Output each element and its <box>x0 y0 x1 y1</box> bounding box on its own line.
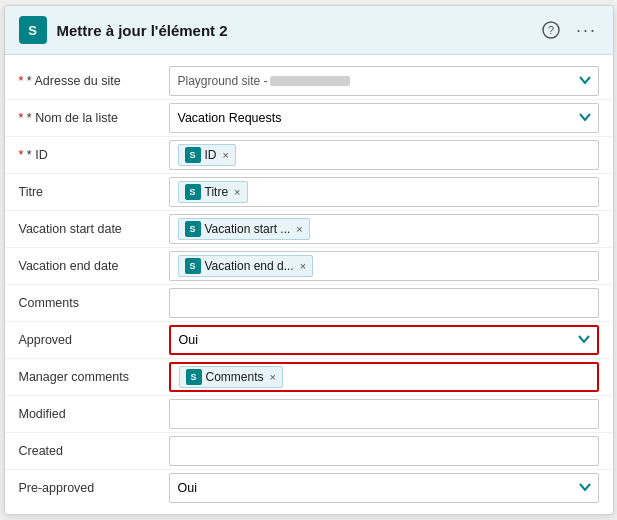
form-row-comments: Comments <box>5 285 613 322</box>
token-field-vacation-start[interactable]: SVacation start ...× <box>169 214 599 244</box>
token-Titre: STitre× <box>178 181 248 203</box>
field-label-manager-comments: Manager comments <box>19 370 169 384</box>
svg-text:?: ? <box>547 24 553 36</box>
token-field-titre[interactable]: STitre× <box>169 177 599 207</box>
field-value-vacation-start: SVacation start ...× <box>169 214 599 244</box>
field-label-pre-approved: Pre-approved <box>19 481 169 495</box>
form-row-pre-approved: Pre-approvedOui <box>5 470 613 506</box>
dropdown-adresse-site[interactable]: Playground site - <box>169 66 599 96</box>
dropdown-pre-approved[interactable]: Oui <box>169 473 599 503</box>
token-label: Titre <box>205 185 229 199</box>
chevron-down-icon <box>577 332 591 349</box>
token-field-vacation-end[interactable]: SVacation end d...× <box>169 251 599 281</box>
token-icon: S <box>185 147 201 163</box>
field-label-id-field: * ID <box>19 148 169 162</box>
token-close-icon[interactable]: × <box>234 186 240 198</box>
app-icon-label: S <box>28 23 37 38</box>
form-row-vacation-start: Vacation start dateSVacation start ...× <box>5 211 613 248</box>
empty-field-comments[interactable] <box>169 288 599 318</box>
token-icon: S <box>185 221 201 237</box>
token-close-icon[interactable]: × <box>223 149 229 161</box>
form-row-approved: ApprovedOui <box>5 322 613 359</box>
token-Comments: SComments× <box>179 366 283 388</box>
field-label-comments: Comments <box>19 296 169 310</box>
token-field-id-field[interactable]: SID× <box>169 140 599 170</box>
field-label-nom-liste: * Nom de la liste <box>19 111 169 125</box>
form-row-id-field: * IDSID× <box>5 137 613 174</box>
help-button[interactable]: ? <box>539 18 563 42</box>
field-value-nom-liste: Vacation Requests <box>169 103 599 133</box>
dropdown-value-text: Oui <box>179 333 198 347</box>
field-label-adresse-site: * Adresse du site <box>19 74 169 88</box>
site-value-text: Playground site - <box>178 74 268 88</box>
token-close-icon[interactable]: × <box>270 371 276 383</box>
form-row-manager-comments: Manager commentsSComments× <box>5 359 613 396</box>
token-close-icon[interactable]: × <box>296 223 302 235</box>
card-body: * Adresse du sitePlayground site - * Nom… <box>5 55 613 514</box>
token-icon: S <box>185 258 201 274</box>
token-icon: S <box>186 369 202 385</box>
field-value-vacation-end: SVacation end d...× <box>169 251 599 281</box>
field-value-manager-comments: SComments× <box>169 362 599 392</box>
token-Vacation end d...: SVacation end d...× <box>178 255 314 277</box>
token-label: Vacation start ... <box>205 222 291 236</box>
field-label-modified: Modified <box>19 407 169 421</box>
field-label-vacation-start: Vacation start date <box>19 222 169 236</box>
app-icon: S <box>19 16 47 44</box>
token-ID: SID× <box>178 144 236 166</box>
field-label-approved: Approved <box>19 333 169 347</box>
form-row-created: Created <box>5 433 613 470</box>
header-right: ? ··· <box>539 18 599 42</box>
field-value-created <box>169 436 599 466</box>
empty-field-created[interactable] <box>169 436 599 466</box>
chevron-down-icon <box>578 73 592 90</box>
token-field-manager-comments[interactable]: SComments× <box>169 362 599 392</box>
field-value-adresse-site: Playground site - <box>169 66 599 96</box>
field-value-pre-approved: Oui <box>169 473 599 503</box>
empty-field-modified[interactable] <box>169 399 599 429</box>
field-label-created: Created <box>19 444 169 458</box>
token-label: Vacation end d... <box>205 259 294 273</box>
dropdown-nom-liste[interactable]: Vacation Requests <box>169 103 599 133</box>
chevron-down-icon <box>578 480 592 497</box>
form-row-titre: TitreSTitre× <box>5 174 613 211</box>
header-left: S Mettre à jour l'élément 2 <box>19 16 228 44</box>
dropdown-value-text: Vacation Requests <box>178 111 282 125</box>
card-title: Mettre à jour l'élément 2 <box>57 22 228 39</box>
token-icon: S <box>185 184 201 200</box>
field-label-titre: Titre <box>19 185 169 199</box>
card-header: S Mettre à jour l'élément 2 ? ··· <box>5 6 613 55</box>
token-Vacation start ...: SVacation start ...× <box>178 218 310 240</box>
field-value-id-field: SID× <box>169 140 599 170</box>
form-row-modified: Modified <box>5 396 613 433</box>
dropdown-value-text: Oui <box>178 481 197 495</box>
token-close-icon[interactable]: × <box>300 260 306 272</box>
form-row-nom-liste: * Nom de la listeVacation Requests <box>5 100 613 137</box>
field-value-titre: STitre× <box>169 177 599 207</box>
chevron-down-icon <box>578 110 592 127</box>
field-value-comments <box>169 288 599 318</box>
field-value-approved: Oui <box>169 325 599 355</box>
url-blurred <box>270 76 350 86</box>
field-value-modified <box>169 399 599 429</box>
token-label: Comments <box>206 370 264 384</box>
field-label-vacation-end: Vacation end date <box>19 259 169 273</box>
form-row-vacation-end: Vacation end dateSVacation end d...× <box>5 248 613 285</box>
card-container: S Mettre à jour l'élément 2 ? ··· * Adre… <box>4 5 614 515</box>
form-row-adresse-site: * Adresse du sitePlayground site - <box>5 63 613 100</box>
token-label: ID <box>205 148 217 162</box>
more-options-button[interactable]: ··· <box>575 18 599 42</box>
dropdown-approved[interactable]: Oui <box>169 325 599 355</box>
